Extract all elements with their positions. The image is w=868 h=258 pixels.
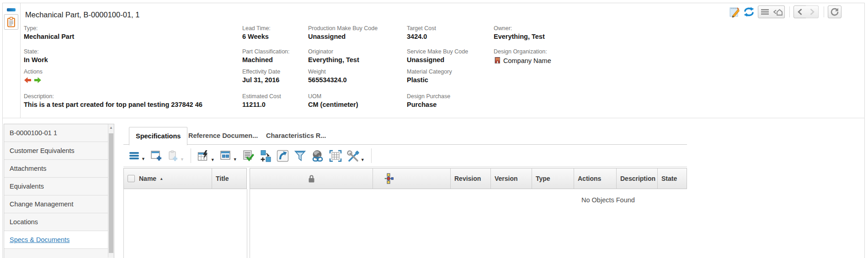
column-header-version[interactable]: Version xyxy=(491,168,532,189)
field-uom: UOM CM (centimeter) xyxy=(308,93,358,109)
column-header-title[interactable]: Title xyxy=(212,168,246,189)
design-organization-link[interactable]: Company Name xyxy=(503,57,551,65)
field-label: Target Cost xyxy=(407,25,436,32)
add-existing-icon[interactable] xyxy=(260,150,272,162)
scrollbar-thumb[interactable] xyxy=(109,133,113,253)
scroll-up-icon[interactable]: ▲ xyxy=(108,124,114,132)
field-target-cost: Target Cost 3424.0 xyxy=(407,25,436,41)
rail-divider xyxy=(20,3,21,118)
field-label: Estimated Cost xyxy=(242,93,281,100)
field-value: 11211.0 xyxy=(242,101,281,109)
home-back-button[interactable] xyxy=(771,5,785,18)
field-label: Actions xyxy=(24,68,43,75)
caret-down-icon: ▼ xyxy=(361,158,365,162)
select-all-checkbox[interactable] xyxy=(128,175,135,182)
toolbar-separator xyxy=(191,148,191,163)
green-right-arrow-icon[interactable] xyxy=(34,77,42,84)
refresh-icon xyxy=(831,8,839,16)
grid-header-right-pane: Revision Version Type Actions Descriptio… xyxy=(250,168,687,189)
column-header-description[interactable]: Description xyxy=(617,168,658,189)
sidebar-item-attachments[interactable]: Attachments xyxy=(4,160,108,178)
sync-icon[interactable] xyxy=(743,6,755,17)
filter-funnel-icon[interactable] xyxy=(294,150,306,162)
tab-characteristics[interactable]: Characteristics R... xyxy=(266,127,326,145)
display-options-icon[interactable]: ▼ xyxy=(220,150,237,162)
sidebar-item-equivalents[interactable]: Equivalents xyxy=(4,178,108,195)
field-value: Everything, Test xyxy=(494,33,545,41)
table-actions-icon[interactable]: ▼ xyxy=(197,150,215,162)
new-object-icon[interactable] xyxy=(150,150,162,162)
field-service-make-buy: Service Make Buy Code Unassigned xyxy=(407,48,468,64)
edit-note-icon[interactable] xyxy=(729,6,740,18)
sidebar-item-specs-documents[interactable]: Specs & Documents xyxy=(4,231,108,249)
sidebar-scrollbar[interactable]: ▲ xyxy=(108,124,114,258)
grid-header-left-pane: Name ▲ Title xyxy=(123,168,247,189)
back-button[interactable] xyxy=(793,5,806,18)
clipboard-panel-button[interactable] xyxy=(4,14,18,30)
sidebar-item-customer-equivalents[interactable]: Customer Equivalents xyxy=(4,142,108,160)
home-arrow-icon xyxy=(773,8,783,16)
frozen-pane-border xyxy=(247,189,247,258)
tab-specifications[interactable]: Specifications xyxy=(129,127,187,145)
empty-table-message: No Objects Found xyxy=(581,196,635,204)
field-design-organization: Design Organization: Company Name xyxy=(494,48,551,65)
toolbar-separator xyxy=(789,6,790,17)
column-label: Type xyxy=(536,175,550,182)
column-header-state[interactable]: State xyxy=(658,168,687,189)
field-design-purchase: Design Purchase Purchase xyxy=(407,93,450,109)
paste-icon-disabled[interactable]: ▼ xyxy=(167,150,184,162)
sort-ascending-icon: ▲ xyxy=(160,177,163,181)
sidebar-item-label: Change Management xyxy=(10,200,73,208)
field-value: Everything, Test xyxy=(308,56,359,64)
field-label: Production Make Buy Code xyxy=(308,25,378,32)
field-value: Unassigned xyxy=(308,33,378,41)
field-value: CM (centimeter) xyxy=(308,101,358,109)
field-label: Part Classification: xyxy=(242,48,290,55)
tab-label: Characteristics R... xyxy=(266,132,326,139)
scroll-pane-border xyxy=(250,189,250,258)
validate-doc-icon[interactable] xyxy=(242,150,255,162)
field-value: Mechanical Part xyxy=(24,33,74,41)
sidebar-item-locations[interactable]: Locations xyxy=(4,213,108,231)
field-value: Unassigned xyxy=(407,56,468,64)
column-header-structure[interactable] xyxy=(373,168,451,189)
hamburger-menu-button[interactable] xyxy=(758,5,772,18)
column-label: Actions xyxy=(578,175,601,182)
field-state: State: In Work xyxy=(24,48,48,64)
tab-label: Specifications xyxy=(136,132,181,140)
column-header-lock[interactable] xyxy=(250,168,373,189)
tools-icon[interactable]: ▼ xyxy=(347,150,365,162)
field-lead-time: Lead Time: 6 Weeks xyxy=(242,25,271,41)
tab-reference-documents[interactable]: Reference Documen... xyxy=(188,127,258,145)
forward-button[interactable] xyxy=(806,5,819,18)
caret-down-icon: ▼ xyxy=(141,157,145,161)
red-left-arrow-icon[interactable] xyxy=(24,77,32,84)
table-toolbar: ▼ ▼ ▼ ▼ xyxy=(129,145,373,167)
caret-down-icon: ▼ xyxy=(211,158,215,162)
field-value: Plastic xyxy=(407,76,452,84)
list-menu-icon[interactable]: ▼ xyxy=(129,150,145,161)
sidebar: B-0000100-01 1 Customer Equivalents Atta… xyxy=(4,124,114,258)
column-header-type[interactable]: Type xyxy=(532,168,574,189)
column-header-revision[interactable]: Revision xyxy=(451,168,491,189)
table-select-icon[interactable] xyxy=(329,150,342,162)
refresh-button[interactable] xyxy=(828,5,841,18)
field-value: 6 Weeks xyxy=(242,33,271,41)
field-label: Originator xyxy=(308,48,359,55)
sidebar-item-label: Customer Equivalents xyxy=(10,147,75,154)
field-value: In Work xyxy=(24,56,48,64)
chevron-right-icon xyxy=(809,8,815,16)
open-arrow-icon[interactable] xyxy=(277,150,289,162)
column-header-name[interactable]: Name ▲ xyxy=(124,168,212,189)
blue-tab-indicator[interactable] xyxy=(7,8,16,11)
column-header-actions[interactable]: Actions xyxy=(574,168,617,189)
field-originator: Originator Everything, Test xyxy=(308,48,359,64)
field-label: Material Category xyxy=(407,68,452,75)
sidebar-item-part-number[interactable]: B-0000100-01 1 xyxy=(4,124,108,142)
field-label: UOM xyxy=(308,93,358,100)
field-value: This is a test part created for top pane… xyxy=(24,101,202,109)
sidebar-item-change-management[interactable]: Change Management xyxy=(4,195,108,213)
structure-icon xyxy=(383,173,394,184)
web-link-icon[interactable] xyxy=(311,150,324,162)
caret-down-icon: ▼ xyxy=(233,157,237,162)
